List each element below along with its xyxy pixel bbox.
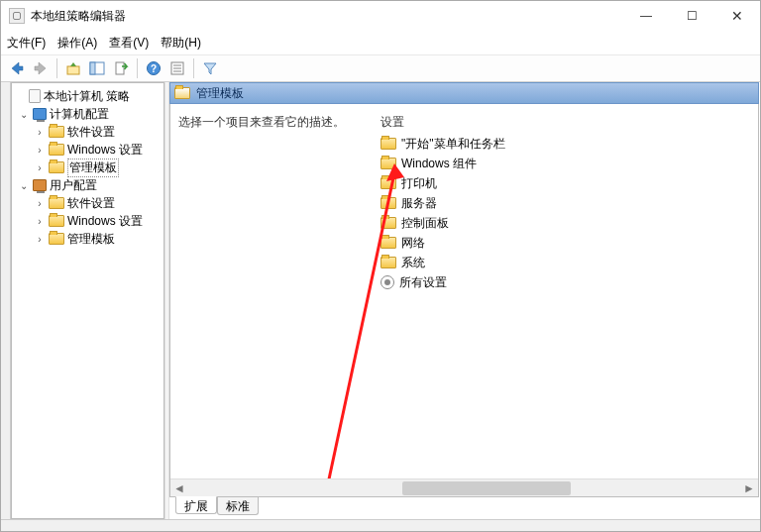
item-network[interactable]: 网络 [380, 233, 505, 253]
tree-root[interactable]: 本地计算机 策略 [12, 87, 163, 105]
chevron-down-icon[interactable]: ⌄ [18, 109, 30, 120]
gear-icon [380, 275, 394, 289]
computer-icon [33, 108, 47, 120]
chevron-right-icon[interactable]: › [34, 145, 46, 156]
folder-icon [380, 237, 396, 249]
item-start-menu[interactable]: "开始"菜单和任务栏 [380, 134, 505, 154]
svg-rect-3 [116, 62, 124, 74]
filter-button[interactable] [199, 57, 221, 79]
menu-help[interactable]: 帮助(H) [161, 35, 201, 52]
window-title: 本地组策略编辑器 [31, 8, 126, 25]
export-button[interactable] [110, 57, 132, 79]
chevron-right-icon[interactable]: › [34, 127, 46, 138]
tab-strip: 扩展 标准 [169, 497, 759, 519]
header-title: 管理模板 [196, 85, 244, 102]
up-button[interactable] [62, 57, 84, 79]
item-windows-components[interactable]: Windows 组件 [380, 154, 505, 173]
chevron-right-icon[interactable]: › [34, 234, 46, 245]
policy-icon [29, 89, 41, 103]
folder-icon [49, 126, 64, 138]
chevron-right-icon[interactable]: › [34, 216, 46, 227]
folder-icon [380, 197, 396, 209]
tree-user-windows[interactable]: › Windows 设置 [12, 212, 163, 230]
folder-icon [49, 161, 64, 173]
folder-icon [174, 87, 190, 99]
toolbar: ? [1, 54, 760, 82]
main-window: 本地组策略编辑器 — ☐ ✕ 文件(F) 操作(A) 查看(V) 帮助(H) [0, 0, 761, 532]
folder-icon [49, 144, 64, 156]
left-margin [1, 82, 11, 519]
maximize-button[interactable]: ☐ [669, 1, 714, 31]
tab-standard[interactable]: 标准 [217, 497, 259, 515]
user-icon [33, 179, 47, 191]
chevron-right-icon[interactable]: › [34, 162, 46, 173]
chevron-down-icon[interactable]: ⌄ [18, 180, 30, 191]
status-bar [1, 519, 760, 531]
menu-view[interactable]: 查看(V) [109, 35, 149, 52]
column-header-settings[interactable]: 设置 [380, 114, 404, 131]
scroll-track[interactable] [402, 479, 740, 496]
scroll-left-icon[interactable]: ◄ [170, 479, 188, 496]
svg-rect-2 [90, 62, 95, 74]
tree-panel: 本地计算机 策略 ⌄ 计算机配置 › 软件设置 › Windows 设置 › 管… [11, 82, 164, 519]
tree-windows-settings[interactable]: › Windows 设置 [12, 141, 163, 159]
description-text: 选择一个项目来查看它的描述。 [178, 114, 345, 131]
forward-button[interactable] [30, 57, 52, 79]
svg-rect-0 [67, 66, 79, 74]
item-all-settings[interactable]: 所有设置 [380, 272, 505, 292]
folder-icon [380, 257, 396, 268]
item-printers[interactable]: 打印机 [380, 173, 505, 193]
properties-button[interactable] [166, 57, 188, 79]
horizontal-scrollbar[interactable]: ◄ ► [170, 479, 758, 496]
menu-action[interactable]: 操作(A) [57, 35, 97, 52]
folder-icon [49, 215, 64, 227]
help-button[interactable]: ? [143, 57, 164, 79]
show-hide-tree-button[interactable] [86, 57, 108, 79]
tree-software-settings[interactable]: › 软件设置 [12, 123, 163, 141]
titlebar: 本地组策略编辑器 — ☐ ✕ [1, 1, 760, 31]
folder-icon [49, 197, 64, 209]
menubar: 文件(F) 操作(A) 查看(V) 帮助(H) [1, 31, 760, 54]
folder-icon [49, 233, 64, 245]
tree-admin-templates[interactable]: › 管理模板 [12, 159, 163, 176]
minimize-button[interactable]: — [623, 1, 669, 31]
folder-icon [380, 158, 396, 169]
items-list: "开始"菜单和任务栏 Windows 组件 打印机 服务器 控制面板 网络 系统… [380, 134, 505, 292]
close-button[interactable]: ✕ [714, 1, 760, 31]
tab-extended[interactable]: 扩展 [175, 496, 217, 514]
folder-icon [380, 138, 396, 150]
app-icon [9, 8, 25, 24]
tree-computer-config[interactable]: ⌄ 计算机配置 [12, 105, 163, 123]
scroll-right-icon[interactable]: ► [740, 479, 758, 496]
tree-user-software[interactable]: › 软件设置 [12, 194, 163, 212]
svg-text:?: ? [151, 63, 157, 74]
item-server[interactable]: 服务器 [380, 193, 505, 213]
folder-icon [380, 217, 396, 229]
tree-user-config[interactable]: ⌄ 用户配置 [12, 176, 163, 194]
menu-file[interactable]: 文件(F) [7, 35, 46, 52]
scroll-thumb[interactable] [402, 481, 571, 495]
back-button[interactable] [6, 57, 28, 79]
item-control-panel[interactable]: 控制面板 [380, 213, 505, 233]
chevron-right-icon[interactable]: › [34, 198, 46, 209]
item-system[interactable]: 系统 [380, 253, 505, 272]
folder-icon [380, 177, 396, 189]
detail-pane: 选择一个项目来查看它的描述。 设置 "开始"菜单和任务栏 Windows 组件 … [169, 104, 759, 497]
content-header: 管理模板 [169, 82, 759, 104]
tree-user-admin[interactable]: › 管理模板 [12, 230, 163, 248]
